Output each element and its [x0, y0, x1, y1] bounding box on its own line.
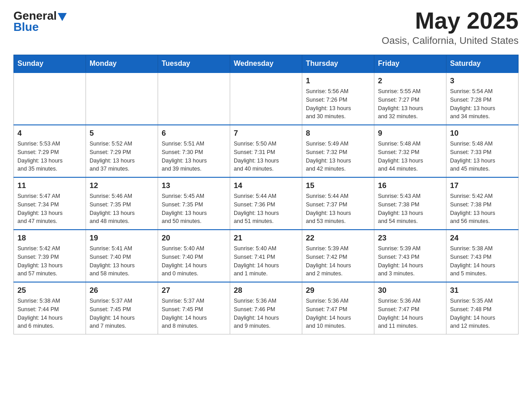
- day-number: 16: [378, 181, 442, 190]
- weekday-header-row: SundayMondayTuesdayWednesdayThursdayFrid…: [14, 55, 519, 73]
- day-info: Sunrise: 5:48 AM Sunset: 7:33 PM Dayligh…: [450, 140, 515, 173]
- day-number: 1: [306, 77, 370, 86]
- week-row-3: 11Sunrise: 5:47 AM Sunset: 7:34 PM Dayli…: [14, 177, 519, 230]
- day-info: Sunrise: 5:48 AM Sunset: 7:32 PM Dayligh…: [378, 140, 442, 173]
- day-number: 14: [234, 181, 298, 190]
- day-number: 26: [90, 286, 154, 295]
- weekday-header-tuesday: Tuesday: [158, 55, 230, 73]
- calendar-cell: 9Sunrise: 5:48 AM Sunset: 7:32 PM Daylig…: [374, 125, 446, 177]
- day-info: Sunrise: 5:47 AM Sunset: 7:34 PM Dayligh…: [17, 192, 82, 226]
- day-number: 5: [90, 129, 154, 138]
- calendar-cell: [230, 73, 302, 125]
- calendar-cell: 18Sunrise: 5:42 AM Sunset: 7:39 PM Dayli…: [14, 230, 86, 282]
- day-number: 8: [306, 129, 370, 138]
- calendar-cell: 3Sunrise: 5:54 AM Sunset: 7:28 PM Daylig…: [446, 73, 519, 125]
- calendar-cell: 23Sunrise: 5:39 AM Sunset: 7:43 PM Dayli…: [374, 230, 446, 282]
- day-info: Sunrise: 5:53 AM Sunset: 7:29 PM Dayligh…: [17, 140, 82, 173]
- calendar-cell: 5Sunrise: 5:52 AM Sunset: 7:29 PM Daylig…: [86, 125, 158, 177]
- day-number: 31: [450, 286, 515, 295]
- day-number: 29: [306, 286, 370, 295]
- calendar-cell: 8Sunrise: 5:49 AM Sunset: 7:32 PM Daylig…: [302, 125, 374, 177]
- logo: General Blue: [13, 9, 67, 34]
- day-number: 9: [378, 129, 442, 138]
- calendar-cell: 13Sunrise: 5:45 AM Sunset: 7:35 PM Dayli…: [158, 177, 230, 230]
- day-number: 21: [234, 234, 298, 243]
- day-info: Sunrise: 5:39 AM Sunset: 7:42 PM Dayligh…: [306, 244, 370, 278]
- day-info: Sunrise: 5:40 AM Sunset: 7:40 PM Dayligh…: [162, 244, 226, 278]
- calendar-cell: 16Sunrise: 5:43 AM Sunset: 7:38 PM Dayli…: [374, 177, 446, 230]
- calendar-cell: [158, 73, 230, 125]
- calendar-cell: 24Sunrise: 5:38 AM Sunset: 7:43 PM Dayli…: [446, 230, 519, 282]
- day-info: Sunrise: 5:42 AM Sunset: 7:38 PM Dayligh…: [450, 192, 515, 226]
- day-info: Sunrise: 5:54 AM Sunset: 7:28 PM Dayligh…: [450, 87, 515, 121]
- calendar-cell: 20Sunrise: 5:40 AM Sunset: 7:40 PM Dayli…: [158, 230, 230, 282]
- day-info: Sunrise: 5:36 AM Sunset: 7:47 PM Dayligh…: [378, 297, 442, 330]
- day-info: Sunrise: 5:41 AM Sunset: 7:40 PM Dayligh…: [90, 244, 154, 278]
- day-info: Sunrise: 5:49 AM Sunset: 7:32 PM Dayligh…: [306, 140, 370, 173]
- calendar-cell: 19Sunrise: 5:41 AM Sunset: 7:40 PM Dayli…: [86, 230, 158, 282]
- day-info: Sunrise: 5:37 AM Sunset: 7:45 PM Dayligh…: [162, 297, 226, 330]
- day-info: Sunrise: 5:55 AM Sunset: 7:27 PM Dayligh…: [378, 87, 442, 121]
- calendar-cell: [86, 73, 158, 125]
- day-info: Sunrise: 5:51 AM Sunset: 7:30 PM Dayligh…: [162, 140, 226, 173]
- location-title: Oasis, California, United States: [382, 35, 519, 47]
- day-info: Sunrise: 5:39 AM Sunset: 7:43 PM Dayligh…: [378, 244, 442, 278]
- week-row-2: 4Sunrise: 5:53 AM Sunset: 7:29 PM Daylig…: [14, 125, 519, 177]
- day-number: 4: [17, 129, 82, 138]
- calendar-cell: 25Sunrise: 5:38 AM Sunset: 7:44 PM Dayli…: [14, 282, 86, 334]
- calendar-cell: 2Sunrise: 5:55 AM Sunset: 7:27 PM Daylig…: [374, 73, 446, 125]
- day-info: Sunrise: 5:56 AM Sunset: 7:26 PM Dayligh…: [306, 87, 370, 121]
- calendar-cell: 27Sunrise: 5:37 AM Sunset: 7:45 PM Dayli…: [158, 282, 230, 334]
- day-number: 30: [378, 286, 442, 295]
- day-info: Sunrise: 5:43 AM Sunset: 7:38 PM Dayligh…: [378, 192, 442, 226]
- day-number: 18: [17, 234, 82, 243]
- day-info: Sunrise: 5:38 AM Sunset: 7:44 PM Dayligh…: [17, 297, 82, 330]
- day-number: 19: [90, 234, 154, 243]
- logo-blue: Blue: [13, 20, 39, 34]
- weekday-header-sunday: Sunday: [14, 55, 86, 73]
- day-info: Sunrise: 5:35 AM Sunset: 7:48 PM Dayligh…: [450, 297, 515, 330]
- day-number: 27: [162, 286, 226, 295]
- day-number: 11: [17, 181, 82, 190]
- day-number: 25: [17, 286, 82, 295]
- day-number: 3: [450, 77, 515, 86]
- calendar-cell: 7Sunrise: 5:50 AM Sunset: 7:31 PM Daylig…: [230, 125, 302, 177]
- day-info: Sunrise: 5:36 AM Sunset: 7:46 PM Dayligh…: [234, 297, 298, 330]
- calendar-cell: 14Sunrise: 5:44 AM Sunset: 7:36 PM Dayli…: [230, 177, 302, 230]
- day-number: 22: [306, 234, 370, 243]
- calendar-cell: 22Sunrise: 5:39 AM Sunset: 7:42 PM Dayli…: [302, 230, 374, 282]
- calendar-cell: 10Sunrise: 5:48 AM Sunset: 7:33 PM Dayli…: [446, 125, 519, 177]
- day-info: Sunrise: 5:40 AM Sunset: 7:41 PM Dayligh…: [234, 244, 298, 278]
- weekday-header-monday: Monday: [86, 55, 158, 73]
- week-row-5: 25Sunrise: 5:38 AM Sunset: 7:44 PM Dayli…: [14, 282, 519, 334]
- day-number: 20: [162, 234, 226, 243]
- calendar-table: SundayMondayTuesdayWednesdayThursdayFrid…: [13, 55, 519, 334]
- day-info: Sunrise: 5:44 AM Sunset: 7:37 PM Dayligh…: [306, 192, 370, 226]
- weekday-header-saturday: Saturday: [446, 55, 519, 73]
- day-number: 17: [450, 181, 515, 190]
- month-title: May 2025: [382, 9, 519, 32]
- calendar-cell: 31Sunrise: 5:35 AM Sunset: 7:48 PM Dayli…: [446, 282, 519, 334]
- calendar-cell: 28Sunrise: 5:36 AM Sunset: 7:46 PM Dayli…: [230, 282, 302, 334]
- week-row-4: 18Sunrise: 5:42 AM Sunset: 7:39 PM Dayli…: [14, 230, 519, 282]
- calendar-cell: 4Sunrise: 5:53 AM Sunset: 7:29 PM Daylig…: [14, 125, 86, 177]
- day-info: Sunrise: 5:45 AM Sunset: 7:35 PM Dayligh…: [162, 192, 226, 226]
- day-number: 15: [306, 181, 370, 190]
- day-info: Sunrise: 5:36 AM Sunset: 7:47 PM Dayligh…: [306, 297, 370, 330]
- weekday-header-thursday: Thursday: [302, 55, 374, 73]
- calendar-cell: [14, 73, 86, 125]
- day-number: 28: [234, 286, 298, 295]
- day-info: Sunrise: 5:46 AM Sunset: 7:35 PM Dayligh…: [90, 192, 154, 226]
- day-info: Sunrise: 5:52 AM Sunset: 7:29 PM Dayligh…: [90, 140, 154, 173]
- week-row-1: 1Sunrise: 5:56 AM Sunset: 7:26 PM Daylig…: [14, 73, 519, 125]
- day-info: Sunrise: 5:42 AM Sunset: 7:39 PM Dayligh…: [17, 244, 82, 278]
- calendar-cell: 17Sunrise: 5:42 AM Sunset: 7:38 PM Dayli…: [446, 177, 519, 230]
- page-header: General Blue May 2025 Oasis, California,…: [13, 9, 519, 47]
- calendar-cell: 30Sunrise: 5:36 AM Sunset: 7:47 PM Dayli…: [374, 282, 446, 334]
- day-number: 2: [378, 77, 442, 86]
- weekday-header-wednesday: Wednesday: [230, 55, 302, 73]
- day-info: Sunrise: 5:38 AM Sunset: 7:43 PM Dayligh…: [450, 244, 515, 278]
- calendar-cell: 15Sunrise: 5:44 AM Sunset: 7:37 PM Dayli…: [302, 177, 374, 230]
- calendar-cell: 29Sunrise: 5:36 AM Sunset: 7:47 PM Dayli…: [302, 282, 374, 334]
- calendar-cell: 6Sunrise: 5:51 AM Sunset: 7:30 PM Daylig…: [158, 125, 230, 177]
